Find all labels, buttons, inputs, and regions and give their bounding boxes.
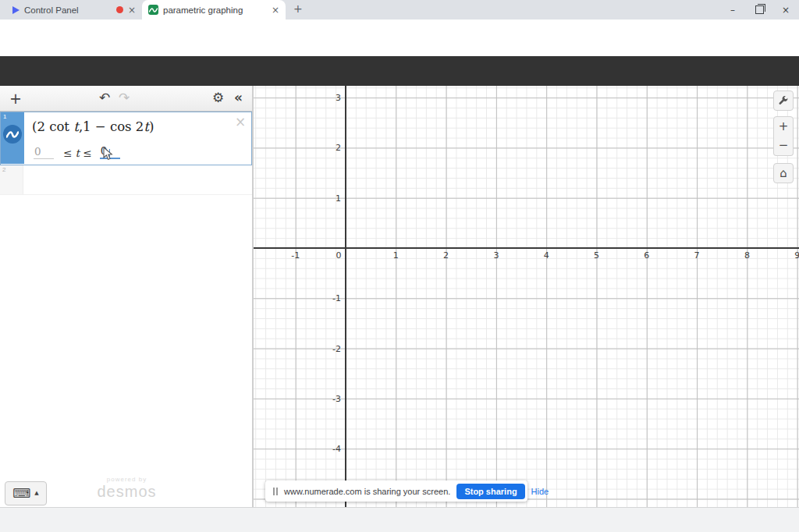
powered-by-text: powered by: [70, 476, 183, 483]
expressions-toolbar: + ↶ ↷ ⚙ «: [0, 86, 252, 112]
bookmarks-bar: Apps MyConcordia Numerade TD TD Laurenti…: [0, 39, 799, 57]
mouse-cursor: [103, 147, 113, 161]
domain-relation: ≤ t ≤: [63, 147, 92, 159]
expression-gutter[interactable]: 1: [1, 112, 24, 164]
y-tick-label: 3: [336, 93, 341, 103]
hide-banner-link[interactable]: Hide: [531, 487, 549, 496]
zoom-out-button[interactable]: −: [773, 136, 794, 156]
y-tick-label: -4: [332, 444, 341, 454]
desmos-header: parametric graphing desmos Create Accoun…: [0, 56, 799, 86]
caret-up-icon: ▲: [34, 491, 38, 496]
window-maximize-button[interactable]: [746, 0, 772, 20]
collapse-panel-button[interactable]: «: [234, 91, 243, 105]
x-tick-label: 2: [443, 250, 449, 261]
x-tick-label: 0: [336, 250, 342, 261]
keyboard-icon: ⌨: [12, 488, 30, 500]
tab-title: parametric graphing: [163, 5, 267, 15]
expression-row-2[interactable]: 2: [0, 165, 252, 195]
window-minimize-button[interactable]: –: [719, 0, 746, 20]
y-tick-label: -2: [332, 343, 341, 353]
wrench-icon: [778, 95, 789, 106]
numerade-favicon: [12, 6, 20, 14]
expression-index: 1: [3, 113, 6, 120]
redo-button[interactable]: ↷: [119, 91, 130, 105]
parameter-domain-row[interactable]: 0 ≤ t ≤ 0: [34, 144, 110, 159]
x-tick-label: 7: [694, 250, 700, 261]
graph-settings-wrench-button[interactable]: [773, 90, 794, 111]
maximize-icon: [755, 5, 764, 14]
windows-taskbar: ✉ X P W R ♪ N ENG 3:20 PM 6/14/2020: [0, 507, 799, 532]
expression-row-1[interactable]: 1 (2 cot t,1 − cos 2t) 0 ≤ t ≤ 0 ×: [0, 112, 252, 165]
y-tick-label: 2: [336, 143, 341, 153]
x-axis: [254, 247, 799, 249]
x-tick-label: 1: [393, 250, 399, 261]
tab-close-icon[interactable]: ×: [272, 5, 279, 15]
x-tick-label: 9: [794, 250, 799, 261]
watermark-logo-text: desmos: [70, 483, 183, 501]
new-tab-button[interactable]: +: [293, 3, 303, 14]
screen-share-banner: www.numerade.com is sharing your screen.…: [265, 481, 527, 502]
expression-gutter: 2: [0, 165, 23, 194]
tab-strip: Control Panel × parametric graphing × + …: [0, 0, 799, 20]
y-axis: [345, 86, 346, 507]
expression-math[interactable]: (2 cot t,1 − cos 2t): [32, 119, 154, 134]
tab-control-panel[interactable]: Control Panel ×: [6, 0, 142, 20]
parametric-curve-icon[interactable]: [3, 125, 22, 144]
y-tick-label: -3: [332, 393, 341, 403]
window-close-button[interactable]: ×: [772, 0, 799, 20]
tab-close-icon[interactable]: ×: [128, 5, 136, 15]
domain-min-input[interactable]: 0: [34, 145, 54, 159]
y-tick-label: 1: [336, 193, 341, 203]
share-banner-text: www.numerade.com is sharing your screen.: [284, 487, 450, 496]
tab-title: Control Panel: [24, 5, 112, 15]
desmos-favicon: [148, 5, 158, 15]
tab-parametric-graphing[interactable]: parametric graphing ×: [142, 0, 286, 20]
x-tick-label: 6: [644, 250, 649, 261]
x-tick-label: 5: [594, 250, 599, 261]
recording-indicator-icon: [116, 6, 123, 13]
show-keyboard-button[interactable]: ⌨ ▲: [5, 481, 47, 505]
edit-list-gear-button[interactable]: ⚙: [212, 91, 224, 105]
add-expression-button[interactable]: +: [9, 91, 22, 106]
y-tick-label: -1: [332, 293, 341, 303]
expressions-panel: + ↶ ↷ ⚙ « 1 (2 cot t,1 − cos 2t) 0 ≤ t ≤…: [0, 86, 254, 507]
expression-index: 2: [2, 166, 5, 173]
zoom-in-button[interactable]: +: [773, 116, 794, 137]
stop-sharing-button[interactable]: Stop sharing: [456, 484, 524, 499]
default-viewport-home-button[interactable]: ⌂: [773, 163, 794, 183]
delete-expression-icon[interactable]: ×: [235, 115, 246, 129]
desmos-watermark: powered by desmos: [70, 476, 183, 501]
x-tick-label: 8: [744, 250, 750, 261]
graph-paper[interactable]: -10123456789321-1-2-3-4 + − ⌂: [254, 86, 799, 507]
x-tick-label: -1: [291, 250, 300, 261]
x-tick-label: 3: [493, 250, 499, 261]
x-tick-label: 4: [544, 250, 549, 261]
pause-bars-icon: [273, 488, 278, 495]
undo-button[interactable]: ↶: [99, 91, 110, 105]
browser-toolbar: ← → ↻ ⌂ desmos.com/calculator/ksjcpazwa9…: [0, 20, 799, 39]
